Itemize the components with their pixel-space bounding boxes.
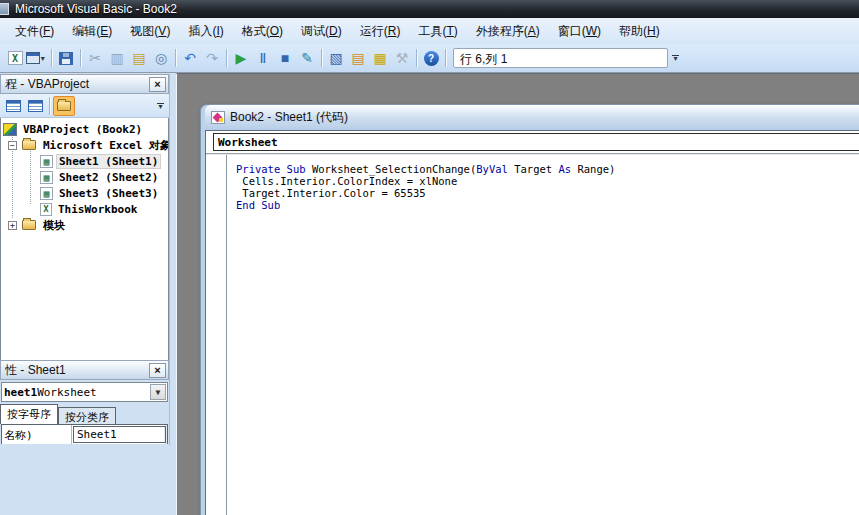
help-button[interactable]: ? <box>420 47 442 69</box>
tree-item-label: Sheet2 (Sheet2) <box>57 171 160 184</box>
find-button[interactable]: ◎ <box>150 47 172 69</box>
code-editor[interactable]: Private Sub Worksheet_SelectionChange(By… <box>227 154 859 515</box>
menu-r[interactable]: 运行(R) <box>351 19 410 44</box>
reset-icon: ■ <box>281 51 289 65</box>
menu-t[interactable]: 工具(T) <box>409 19 466 44</box>
menu-v[interactable]: 视图(V) <box>121 19 179 44</box>
dropdown-caret-icon[interactable]: ▾ <box>41 54 48 63</box>
tree-item-label: 模块 <box>41 218 67 233</box>
property-name-cell: 名称) <box>2 425 72 444</box>
undo-button[interactable]: ↶ <box>179 47 201 69</box>
toolbox-button[interactable]: ⚒ <box>391 47 413 69</box>
properties-window-icon: ▤ <box>351 51 364 65</box>
margin-indicator-bar <box>206 154 227 515</box>
tree-item-thisworkbook[interactable]: XThisWorkbook <box>1 201 168 217</box>
paste-icon: ▤ <box>132 51 145 65</box>
break-button[interactable]: Ⅱ <box>252 47 274 69</box>
menu-a[interactable]: 外接程序(A) <box>467 19 549 44</box>
window-title: Microsoft Visual Basic - Book2 <box>15 2 177 16</box>
property-value-cell[interactable]: Sheet1 <box>73 426 166 443</box>
view-object-button[interactable] <box>24 96 46 116</box>
copy-button[interactable]: ▥ <box>106 47 128 69</box>
reset-button[interactable]: ■ <box>274 47 296 69</box>
code-window: Book2 - Sheet1 (代码) Worksheet Private Su… <box>200 104 859 515</box>
menu-f[interactable]: 文件(F) <box>6 19 63 44</box>
standard-toolbar: X▾✂▥▤◎↶↷▶Ⅱ■✎▧▤▦⚒? 行 6,列 1 ▾ <box>0 44 859 73</box>
menu-i[interactable]: 插入(I) <box>179 19 232 44</box>
combo-dropdown-arrow-icon[interactable]: ▼ <box>150 384 166 400</box>
undo-icon: ↶ <box>184 51 196 65</box>
properties-panel: 性 - Sheet1 × heet1 Worksheet ▼ 按字母序按分类序 … <box>0 360 170 445</box>
tree-item-sheet3-sheet3[interactable]: ▦Sheet3 (Sheet3) <box>1 185 168 201</box>
project-explorer-title: 程 - VBAProject <box>5 76 149 93</box>
find-icon: ◎ <box>155 51 167 65</box>
tree-item-模块[interactable]: +模块 <box>1 217 168 233</box>
project-explorer-icon: ▧ <box>329 51 342 65</box>
properties-tabs: 按字母序按分类序 <box>0 403 169 424</box>
project-toolbar-overflow-button[interactable]: ▾ <box>154 96 167 116</box>
menu-e[interactable]: 编辑(E) <box>63 19 121 44</box>
properties-close-button[interactable]: × <box>149 363 166 378</box>
project-explorer-titlebar[interactable]: 程 - VBAProject × <box>0 74 169 94</box>
project-explorer-button[interactable]: ▧ <box>325 47 347 69</box>
object-browser-icon: ▦ <box>373 51 386 65</box>
help-icon: ? <box>424 51 439 66</box>
code-window-title: Book2 - Sheet1 (代码) <box>230 109 348 126</box>
worksheet-icon: ▦ <box>40 171 53 184</box>
property-grid-row: 名称) Sheet1 <box>1 424 168 444</box>
tree-item-vbaproject-book2[interactable]: VBAProject (Book2) <box>1 121 168 137</box>
code-line: Private Sub Worksheet_SelectionChange(By… <box>236 163 859 175</box>
menu-h[interactable]: 帮助(H) <box>610 19 669 44</box>
excel-icon: X <box>8 51 23 65</box>
worksheet-icon: ▦ <box>40 187 53 200</box>
menu-w[interactable]: 窗口(W) <box>549 19 610 44</box>
toolbar-separator <box>445 49 446 67</box>
tree-item-label: Sheet3 (Sheet3) <box>57 187 160 200</box>
copy-icon: ▥ <box>110 51 123 65</box>
menu-o[interactable]: 格式(O) <box>233 19 292 44</box>
object-browser-button[interactable]: ▦ <box>369 47 391 69</box>
save-button[interactable] <box>55 47 77 69</box>
run-icon: ▶ <box>236 51 247 65</box>
project-explorer-close-button[interactable]: × <box>149 77 166 92</box>
properties-combo-object-name: heet1 <box>4 386 37 399</box>
view-code-button[interactable] <box>2 96 24 116</box>
design-mode-button[interactable]: ✎ <box>296 47 318 69</box>
toolbar-overflow-button[interactable]: ▾ <box>669 48 682 68</box>
properties-window-button[interactable]: ▤ <box>347 47 369 69</box>
collapse-icon[interactable]: − <box>8 141 17 150</box>
cut-button[interactable]: ✂ <box>84 47 106 69</box>
toolbar-separator <box>226 49 227 67</box>
view-object-icon <box>28 100 43 112</box>
tree-item-label: Microsoft Excel 对象 <box>41 138 169 153</box>
worksheet-icon: ▦ <box>40 155 53 168</box>
toolbox-icon: ⚒ <box>396 51 409 65</box>
object-dropdown[interactable]: Worksheet <box>213 133 859 151</box>
code-window-titlebar[interactable]: Book2 - Sheet1 (代码) <box>205 105 859 130</box>
insert-userform-button[interactable]: ▾ <box>26 47 48 69</box>
properties-titlebar[interactable]: 性 - Sheet1 × <box>0 360 169 380</box>
folder-open-icon <box>22 140 36 150</box>
expand-icon[interactable]: + <box>8 221 17 230</box>
toolbar-separator <box>175 49 176 67</box>
code-body: Private Sub Worksheet_SelectionChange(By… <box>206 154 859 515</box>
run-button[interactable]: ▶ <box>230 47 252 69</box>
tab-按分类序[interactable]: 按分类序 <box>58 407 116 424</box>
cursor-position-status: 行 6,列 1 <box>453 48 668 68</box>
redo-button[interactable]: ↷ <box>201 47 223 69</box>
excel-button[interactable]: X <box>4 47 26 69</box>
tree-item-microsoft-excel-对象[interactable]: −Microsoft Excel 对象 <box>1 137 168 153</box>
paste-button[interactable]: ▤ <box>128 47 150 69</box>
cut-icon: ✂ <box>89 51 101 65</box>
tree-item-label: Sheet1 (Sheet1) <box>57 155 160 168</box>
save-icon <box>59 52 73 65</box>
toolbar-separator <box>416 49 417 67</box>
toggle-folders-button[interactable] <box>53 96 75 116</box>
properties-object-combo[interactable]: heet1 Worksheet ▼ <box>1 382 168 402</box>
tab-按字母序[interactable]: 按字母序 <box>0 404 58 424</box>
tree-item-sheet1-sheet1[interactable]: ▦Sheet1 (Sheet1) <box>1 153 168 169</box>
tree-item-sheet2-sheet2[interactable]: ▦Sheet2 (Sheet2) <box>1 169 168 185</box>
vba-project-icon <box>3 123 17 136</box>
menu-d[interactable]: 调试(D) <box>292 19 351 44</box>
design-mode-icon: ✎ <box>301 51 313 65</box>
